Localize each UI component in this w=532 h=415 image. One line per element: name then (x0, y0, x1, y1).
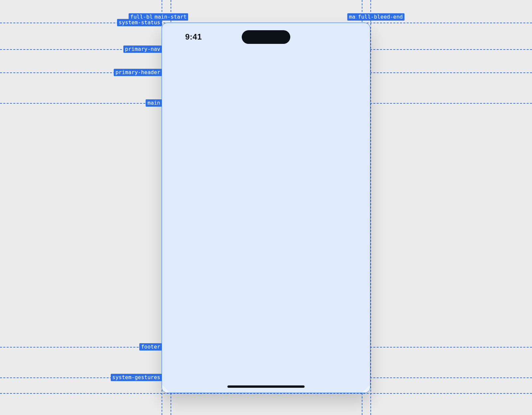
dynamic-island-icon (242, 30, 290, 44)
layout-spec-stage: 9:41 system-status primary-nav primary-h… (0, 0, 532, 415)
status-clock: 9:41 (185, 32, 202, 42)
label-system-gestures: system-gestures (111, 374, 162, 381)
label-primary-header: primary-header (114, 69, 162, 76)
guide-bottom-edge (0, 393, 532, 394)
home-indicator-icon (227, 385, 305, 388)
label-full-bleed-end: full-bleed-end (356, 13, 405, 21)
status-bar: 9:41 (162, 23, 370, 46)
label-main-start: main-start (153, 13, 188, 21)
label-primary-nav: primary-nav (123, 46, 162, 53)
phone-frame: 9:41 (162, 23, 370, 393)
label-main: main (146, 99, 162, 107)
guide-full-bleed-end (370, 0, 371, 415)
label-footer: footer (139, 343, 162, 351)
